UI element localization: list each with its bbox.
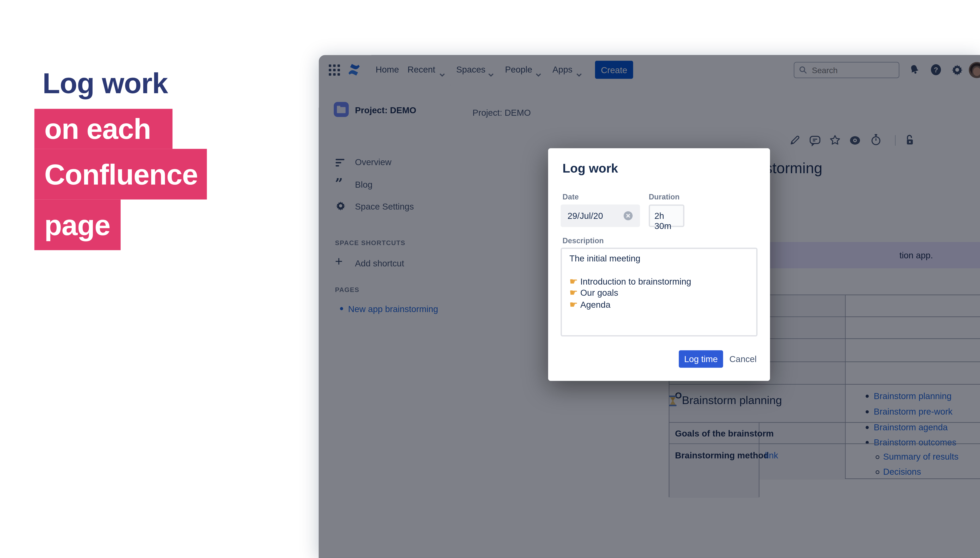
headline-highlight-line-2: Confluence bbox=[34, 149, 207, 199]
stage: Log work on each Confluence page bbox=[0, 0, 980, 558]
cancel-button[interactable]: Cancel bbox=[730, 354, 757, 364]
description-line bbox=[569, 264, 756, 276]
headline-highlight-line-1: on each bbox=[34, 109, 172, 149]
description-line-text: Our goals bbox=[580, 288, 618, 298]
date-label: Date bbox=[563, 193, 579, 201]
clear-date-icon[interactable] bbox=[623, 211, 633, 221]
headline-line-text: Confluence bbox=[44, 157, 198, 191]
description-textarea[interactable]: The initial meeting ☛Introduction to bra… bbox=[561, 248, 757, 336]
log-time-button[interactable]: Log time bbox=[679, 350, 723, 368]
pointing-hand-icon: ☛ bbox=[569, 276, 578, 286]
description-line: ☛Our goals bbox=[569, 287, 756, 299]
pointing-hand-icon: ☛ bbox=[569, 287, 578, 298]
modal-title: Log work bbox=[563, 161, 618, 176]
confluence-app-window: Home Recent Spaces People Apps Create bbox=[319, 55, 980, 558]
description-line: The initial meeting bbox=[569, 253, 756, 264]
date-input[interactable]: 29/Jul/20 bbox=[561, 205, 640, 227]
duration-label: Duration bbox=[649, 193, 679, 201]
headline-title: Log work bbox=[43, 66, 168, 100]
duration-input[interactable]: 2h 30m bbox=[649, 205, 684, 227]
description-label: Description bbox=[563, 236, 604, 245]
pointing-hand-icon: ☛ bbox=[569, 299, 578, 309]
description-line-text: Agenda bbox=[580, 299, 610, 309]
description-line: ☛Introduction to brainstorming bbox=[569, 276, 756, 287]
duration-value: 2h 30m bbox=[654, 211, 683, 231]
description-line-text: Introduction to brainstorming bbox=[580, 276, 691, 286]
headline-line-text: page bbox=[44, 208, 110, 241]
headline-line-text: on each bbox=[44, 112, 151, 146]
date-value: 29/Jul/20 bbox=[568, 211, 603, 221]
headline-highlight-line-3: page bbox=[34, 199, 121, 250]
description-line: ☛Agenda bbox=[569, 299, 756, 310]
log-work-modal: Log work Date 29/Jul/20 Duration 2h 30m … bbox=[548, 148, 770, 381]
